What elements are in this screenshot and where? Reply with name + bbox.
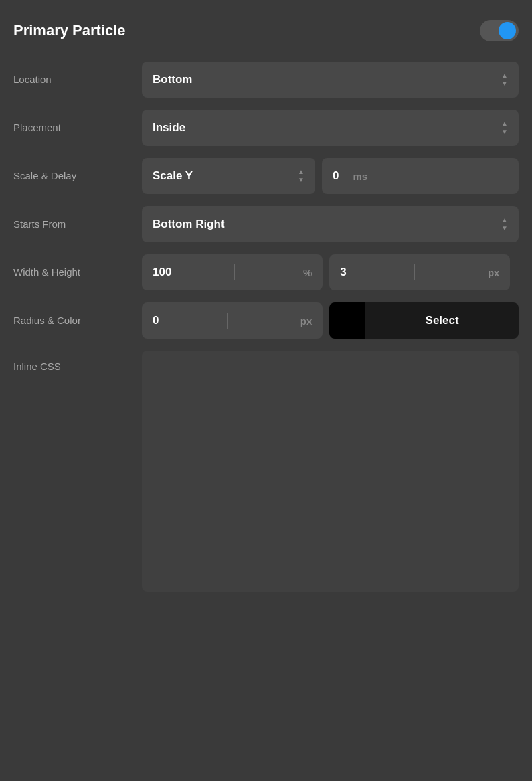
width-unit: % — [303, 267, 312, 278]
location-row: Location Bottom ▲ ▼ — [13, 62, 519, 98]
toggle-knob — [499, 22, 516, 39]
radius-color-label: Radius & Color — [13, 314, 134, 327]
width-height-row: Width & Height 100 % 3 px — [13, 254, 519, 290]
delay-value: 0 — [333, 169, 339, 183]
scale-value: Scale Y — [153, 169, 193, 183]
height-input[interactable]: 3 px — [329, 254, 510, 290]
starts-from-controls: Bottom Right ▲ ▼ — [142, 206, 519, 242]
delay-unit: ms — [353, 171, 367, 182]
delay-input[interactable]: 0 ms — [322, 158, 519, 194]
page-title: Primary Particle — [13, 22, 126, 39]
radius-divider — [227, 313, 228, 329]
location-label: Location — [13, 73, 134, 86]
width-divider — [234, 264, 235, 280]
radius-value: 0 — [153, 314, 159, 327]
radius-color-row: Radius & Color 0 px Select — [13, 302, 519, 339]
width-input[interactable]: 100 % — [142, 254, 323, 290]
placement-value: Inside — [153, 121, 185, 135]
location-value: Bottom — [153, 73, 192, 86]
color-select-label: Select — [365, 314, 519, 327]
height-divider — [414, 264, 415, 280]
height-value: 3 — [340, 266, 346, 279]
starts-from-select[interactable]: Bottom Right ▲ ▼ — [142, 206, 519, 242]
placement-controls: Inside ▲ ▼ — [142, 110, 519, 146]
placement-label: Placement — [13, 121, 134, 135]
scale-delay-label: Scale & Delay — [13, 169, 134, 183]
height-unit: px — [488, 267, 500, 278]
inline-css-input[interactable] — [142, 351, 519, 592]
location-arrow-icon: ▲ ▼ — [501, 72, 508, 87]
radius-input[interactable]: 0 px — [142, 302, 323, 339]
scale-delay-row: Scale & Delay Scale Y ▲ ▼ 0 ms — [13, 158, 519, 194]
scale-select[interactable]: Scale Y ▲ ▼ — [142, 158, 315, 194]
inline-css-controls — [142, 351, 519, 592]
radius-color-controls: 0 px Select — [142, 302, 519, 339]
starts-from-arrow-icon: ▲ ▼ — [501, 217, 508, 232]
color-swatch — [329, 302, 365, 339]
starts-from-label: Starts From — [13, 218, 134, 231]
scale-arrow-icon: ▲ ▼ — [298, 169, 304, 183]
scale-delay-controls: Scale Y ▲ ▼ 0 ms — [142, 158, 519, 194]
enable-toggle[interactable] — [480, 20, 519, 41]
delay-divider — [343, 168, 343, 184]
location-controls: Bottom ▲ ▼ — [142, 62, 519, 98]
starts-from-row: Starts From Bottom Right ▲ ▼ — [13, 206, 519, 242]
placement-arrow-icon: ▲ ▼ — [501, 120, 508, 135]
color-select-button[interactable]: Select — [329, 302, 519, 339]
placement-row: Placement Inside ▲ ▼ — [13, 110, 519, 146]
radius-unit: px — [300, 315, 313, 327]
starts-from-value: Bottom Right — [153, 218, 225, 231]
inline-css-row: Inline CSS — [13, 351, 519, 592]
header: Primary Particle — [13, 20, 519, 41]
inline-css-label: Inline CSS — [13, 351, 134, 373]
placement-select[interactable]: Inside ▲ ▼ — [142, 110, 519, 146]
width-height-label: Width & Height — [13, 266, 134, 279]
location-select[interactable]: Bottom ▲ ▼ — [142, 62, 519, 98]
width-value: 100 — [153, 266, 171, 279]
width-height-controls: 100 % 3 px — [142, 254, 519, 290]
